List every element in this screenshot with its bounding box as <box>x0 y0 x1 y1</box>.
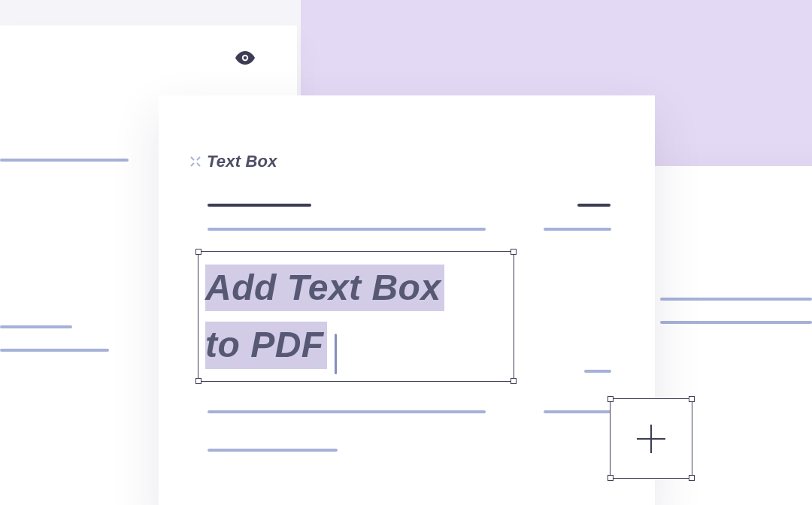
svg-line-4 <box>191 163 194 166</box>
canvas: Text Box Add Text Boxto PDF <box>0 0 812 505</box>
resize-handle-br[interactable] <box>689 475 695 481</box>
crosshair-icon <box>189 156 201 168</box>
text-box-label: Text Box <box>207 152 277 171</box>
resize-handle-tr[interactable] <box>511 249 517 255</box>
content-line <box>577 204 611 207</box>
resize-handle-bl[interactable] <box>607 475 614 481</box>
content-line <box>660 298 812 301</box>
content-line <box>208 449 338 452</box>
resize-handle-br[interactable] <box>511 378 517 384</box>
content-line <box>0 349 109 352</box>
eye-icon <box>235 51 255 68</box>
content-line <box>0 159 129 162</box>
plus-icon <box>632 420 670 458</box>
content-line <box>584 370 611 373</box>
content-line <box>544 410 611 413</box>
selection-frame[interactable] <box>198 251 514 382</box>
resize-handle-tl[interactable] <box>195 249 201 255</box>
svg-line-5 <box>197 163 200 166</box>
add-text-box-button[interactable] <box>610 398 692 479</box>
svg-line-2 <box>191 157 194 160</box>
svg-point-1 <box>244 56 247 59</box>
content-line <box>208 204 311 207</box>
resize-handle-bl[interactable] <box>195 378 201 384</box>
content-line <box>544 228 611 231</box>
content-line <box>208 410 486 413</box>
content-line <box>0 325 72 328</box>
svg-line-3 <box>197 157 200 160</box>
content-line <box>660 321 812 324</box>
resize-handle-tr[interactable] <box>689 396 695 402</box>
content-line <box>208 228 486 231</box>
resize-handle-tl[interactable] <box>607 396 614 402</box>
